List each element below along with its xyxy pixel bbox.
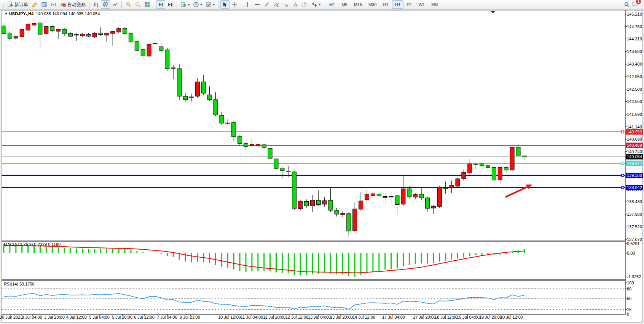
candle[interactable] [129, 33, 133, 42]
candle[interactable] [516, 147, 520, 156]
timeframe-button-h4[interactable]: H4 [392, 0, 403, 9]
search-button[interactable] [622, 0, 631, 9]
candle[interactable] [504, 167, 508, 170]
candle[interactable] [353, 209, 357, 231]
candle[interactable] [256, 144, 260, 146]
candle[interactable] [371, 194, 375, 196]
candle[interactable] [105, 34, 109, 35]
timeframe-button-mn[interactable]: MN [428, 0, 441, 9]
candle[interactable] [322, 200, 327, 204]
candle[interactable] [347, 213, 351, 231]
candle[interactable] [159, 47, 163, 50]
candle[interactable] [226, 123, 230, 124]
candle[interactable] [431, 207, 435, 208]
candle[interactable] [68, 34, 72, 36]
candle[interactable] [262, 145, 266, 148]
tile-windows-button[interactable] [143, 0, 152, 9]
candle[interactable] [14, 37, 18, 38]
candle[interactable] [183, 96, 188, 100]
candle[interactable] [280, 168, 284, 171]
candle[interactable] [298, 201, 303, 209]
zoom-in-button[interactable] [124, 0, 133, 9]
candle[interactable] [401, 189, 405, 204]
candle[interactable] [480, 164, 484, 165]
chart-window[interactable]: 145.210144.760144.310143.860143.400142.9… [0, 10, 644, 324]
candle[interactable] [117, 29, 121, 32]
candle[interactable] [135, 41, 139, 50]
candle[interactable] [274, 159, 278, 168]
cursor-tool-button[interactable] [220, 0, 230, 9]
timeframe-button-m15[interactable]: M15 [351, 0, 365, 9]
candle[interactable] [220, 115, 224, 123]
candle[interactable] [38, 23, 42, 34]
candle[interactable] [50, 27, 54, 31]
text-label-tool-button[interactable]: T [300, 0, 309, 9]
candle[interactable] [486, 165, 490, 167]
hline-marker[interactable] [622, 174, 624, 176]
candle[interactable] [365, 194, 369, 200]
fibonacci-tool-button[interactable]: F [281, 0, 290, 9]
vertical-line-tool-button[interactable] [243, 0, 252, 9]
candle[interactable] [26, 24, 30, 30]
candle[interactable] [286, 171, 290, 172]
candle[interactable] [32, 23, 36, 25]
candle[interactable] [492, 167, 496, 180]
candle[interactable] [377, 194, 381, 196]
candle[interactable] [189, 97, 193, 98]
candle[interactable] [437, 187, 442, 207]
timeframe-button-d1[interactable]: D1 [404, 0, 415, 9]
line-chart-mode-button[interactable] [110, 0, 120, 9]
candle[interactable] [2, 26, 6, 34]
new-order-button[interactable]: 新订单 [6, 0, 30, 9]
periods-dropdown-caret[interactable]: ▾ [201, 3, 202, 6]
candle[interactable] [498, 167, 502, 180]
candle[interactable] [20, 29, 24, 37]
candle[interactable] [207, 95, 212, 99]
candle[interactable] [99, 33, 103, 34]
candle[interactable] [335, 210, 339, 214]
candle[interactable] [462, 172, 466, 178]
chart-canvas[interactable]: 145.210144.760144.310143.860143.400142.9… [0, 10, 644, 324]
arrows-dropdown-caret[interactable]: ▾ [319, 3, 320, 6]
candle[interactable] [8, 33, 12, 38]
candle[interactable] [443, 188, 448, 189]
candle[interactable] [111, 32, 115, 34]
candle[interactable] [510, 147, 514, 170]
candle[interactable] [123, 29, 127, 34]
crosshair-tool-button[interactable] [230, 0, 239, 9]
indicators-dropdown-caret[interactable]: ▾ [188, 3, 190, 6]
toolbar-grip[interactable] [3, 1, 4, 8]
candle[interactable] [56, 29, 61, 31]
candle[interactable] [426, 198, 430, 209]
indicators-button[interactable]: ▾ [179, 0, 191, 9]
auto-scroll-button[interactable] [156, 0, 165, 9]
candle[interactable] [395, 196, 399, 204]
timeframe-button-m30[interactable]: M30 [365, 0, 379, 9]
timeframe-button-h1[interactable]: H1 [380, 0, 391, 9]
periods-button[interactable]: ▾ [191, 0, 204, 9]
candle[interactable] [171, 68, 175, 69]
candlestick-mode-button[interactable] [101, 0, 110, 9]
bar-chart-mode-button[interactable] [91, 0, 100, 9]
arrows-tool-button[interactable]: ▾ [310, 0, 322, 9]
candle[interactable] [450, 185, 454, 188]
candle[interactable] [268, 148, 272, 158]
candle[interactable] [238, 136, 242, 144]
candle[interactable] [413, 194, 418, 197]
chart-shift-button[interactable] [166, 0, 175, 9]
candle[interactable] [44, 27, 48, 34]
candle[interactable] [195, 82, 199, 96]
timeframe-button-m1[interactable]: M1 [326, 0, 338, 9]
candle[interactable] [244, 144, 248, 147]
auto-trading-button[interactable]: 自动交易 [59, 0, 87, 9]
candle[interactable] [407, 189, 411, 197]
candle[interactable] [80, 34, 84, 36]
hline-marker[interactable] [622, 162, 624, 165]
candle[interactable] [292, 172, 296, 209]
trendline-tool-button[interactable] [262, 0, 271, 9]
candle[interactable] [147, 44, 151, 56]
candle[interactable] [310, 200, 314, 206]
candle[interactable] [153, 43, 157, 44]
candle[interactable] [250, 144, 254, 146]
candle[interactable] [201, 82, 206, 93]
